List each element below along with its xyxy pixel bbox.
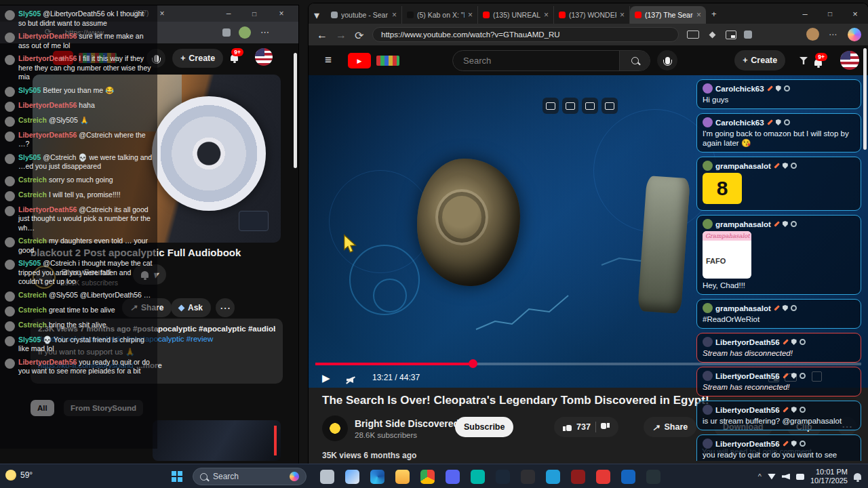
browser-tab[interactable]: (137) The Searc [630, 6, 706, 24]
chat-message-card[interactable]: LibertyorDeath56is ur stream buffering? … [696, 401, 861, 430]
scrollbar-thumb[interactable] [294, 53, 297, 168]
taskbar-app-icon[interactable] [642, 466, 665, 487]
chat-message[interactable]: LibertyorDeath56@Cstreich where the …? [5, 131, 153, 149]
battery-icon[interactable] [796, 474, 804, 480]
taskbar-search[interactable]: Search [193, 468, 307, 485]
chat-username[interactable]: Cstreich [18, 321, 47, 329]
hamburger-menu-icon[interactable] [325, 54, 332, 67]
chat-username[interactable]: Sly505 [18, 9, 41, 18]
chat-message[interactable]: Cstreich@Sly505 @LibertyorDeath56 … [5, 291, 153, 302]
wifi-icon[interactable] [768, 474, 776, 480]
chat-username[interactable]: Carolchick63 [715, 119, 764, 127]
tab-close-icon[interactable] [468, 10, 473, 20]
tab-close-icon[interactable] [696, 10, 701, 20]
start-button[interactable] [165, 468, 189, 485]
search-icon[interactable] [619, 51, 650, 70]
chat-username[interactable]: grampahasalot [715, 304, 771, 312]
gear-icon[interactable] [791, 305, 797, 311]
mic-icon[interactable] [657, 50, 677, 70]
chat-message[interactable]: Sly505💀 Your crystal friend is chirping … [5, 336, 153, 354]
next-video-thumbnail[interactable] [153, 420, 281, 461]
copilot-icon[interactable] [848, 28, 861, 41]
chat-message-card[interactable]: Carolchick63I'm going back to omazon but… [696, 113, 861, 152]
chat-message-card[interactable]: Carolchick63Hi guys [696, 79, 861, 109]
browser-tab[interactable]: youtube - Sear [326, 6, 402, 24]
filter-funnel-icon[interactable] [800, 57, 808, 64]
youtube-logo[interactable] [348, 53, 371, 68]
chat-message[interactable]: LibertyorDeath56haha [5, 101, 153, 112]
browser-tab[interactable]: (5) Kab on X: "B [402, 6, 478, 24]
forward-icon[interactable] [336, 29, 347, 41]
tab-close-icon[interactable] [620, 10, 625, 20]
notifications-bell-icon[interactable]: 9+ [231, 52, 238, 64]
cast-icon[interactable] [542, 98, 559, 114]
tray-overflow-icon[interactable] [758, 472, 762, 481]
chat-username[interactable]: LibertyorDeath56 [715, 406, 780, 414]
like-dislike-buttons[interactable]: 737 [554, 417, 618, 437]
channel-name[interactable]: Bright Side Discovered [355, 418, 459, 429]
gear-icon[interactable] [784, 85, 790, 92]
chat-username[interactable]: Cstreich [18, 116, 47, 124]
gear-icon[interactable] [800, 441, 806, 447]
close-icon[interactable] [270, 5, 293, 22]
chat-username[interactable]: Sly505 [18, 259, 41, 267]
url-bar[interactable]: https://www.youtube.com/watch?v=GThauAMD… [372, 27, 679, 42]
chat-username[interactable]: LibertyorDeath56 [18, 54, 77, 62]
profile-avatar[interactable] [840, 51, 859, 70]
taskbar-app-icon[interactable] [617, 466, 639, 487]
chat-username[interactable]: Sly505 [18, 153, 41, 161]
chat-username[interactable]: LibertyorDeath56 [18, 101, 77, 109]
play-icon[interactable] [322, 372, 330, 384]
chat-username[interactable]: Cstreich [18, 190, 47, 199]
browser-tab[interactable]: (137) WONDER [554, 6, 630, 24]
browser-menu-icon[interactable] [825, 27, 840, 42]
taskbar-app-icon[interactable] [492, 466, 514, 487]
subscribe-button[interactable]: Subscribe [455, 417, 513, 437]
profile-avatar[interactable] [255, 48, 273, 66]
subtitles-icon[interactable] [562, 98, 578, 114]
chat-message[interactable]: Sly505@Cstreich 💀 we were talking and …e… [5, 153, 153, 171]
back-icon[interactable] [317, 29, 328, 41]
chat-username[interactable]: LibertyorDeath56 [715, 440, 780, 448]
browser-menu-icon[interactable] [260, 27, 269, 37]
chat-message[interactable]: LibertyorDeath56you ready to quit or do … [5, 358, 153, 376]
profile-avatar[interactable] [239, 26, 251, 39]
chat-username[interactable]: LibertyorDeath56 [715, 372, 780, 380]
volume-muted-icon[interactable] [347, 377, 353, 383]
chat-username[interactable]: Sly505 [18, 336, 41, 344]
ask-button[interactable]: Ask [171, 298, 211, 317]
chat-username[interactable]: Cstreich [18, 237, 47, 245]
search-input[interactable]: Search [452, 50, 650, 71]
minimize-icon[interactable] [217, 5, 240, 22]
chat-username[interactable]: grampahasalot [715, 162, 771, 170]
taskbar-app-icon[interactable] [316, 466, 338, 487]
chat-message-card[interactable]: grampahasalotFAFOGrampahasalotFAFOHey, C… [696, 215, 861, 295]
chat-message[interactable]: Sly505Better you than me 😂 [5, 86, 153, 97]
taskbar-app-icon[interactable] [341, 466, 363, 487]
chat-username[interactable]: LibertyorDeath56 [18, 205, 77, 214]
chat-username[interactable]: LibertyorDeath56 [18, 358, 77, 366]
split-screen-icon[interactable] [686, 27, 701, 42]
taskbar-app-icon[interactable] [592, 466, 614, 487]
maximize-icon[interactable] [818, 3, 842, 24]
favorites-icon[interactable] [705, 27, 719, 42]
chat-username[interactable]: Cstreich [18, 176, 47, 184]
chat-message[interactable]: Sly505@Cstreich i thought maybe the cat … [5, 259, 153, 287]
gear-icon[interactable] [791, 221, 797, 227]
extensions-icon[interactable] [744, 30, 752, 39]
more-actions-icon[interactable] [216, 298, 235, 317]
gear-icon[interactable] [800, 407, 806, 413]
chat-message-card[interactable]: grampahasalot88 [696, 157, 861, 211]
taskbar-app-icon[interactable] [542, 466, 564, 487]
gear-icon[interactable] [784, 119, 790, 125]
profile-avatar[interactable] [806, 28, 819, 41]
chat-message-card[interactable]: LibertyorDeath56Stream has disconnected! [696, 333, 861, 363]
chat-message[interactable]: LibertyorDeath56@Cstreich its all good j… [5, 205, 153, 233]
chat-message-card[interactable]: LibertyorDeath56you ready to quit or do … [696, 434, 861, 461]
taskbar-app-icon[interactable] [467, 466, 489, 487]
chat-username[interactable]: LibertyorDeath56 [18, 32, 77, 40]
extensions-icon[interactable] [222, 28, 231, 37]
chat-username[interactable]: LibertyorDeath56 [18, 131, 77, 139]
transcript-icon[interactable] [582, 98, 598, 114]
chat-message[interactable]: LibertyorDeath56I fill it this way if th… [5, 54, 153, 82]
